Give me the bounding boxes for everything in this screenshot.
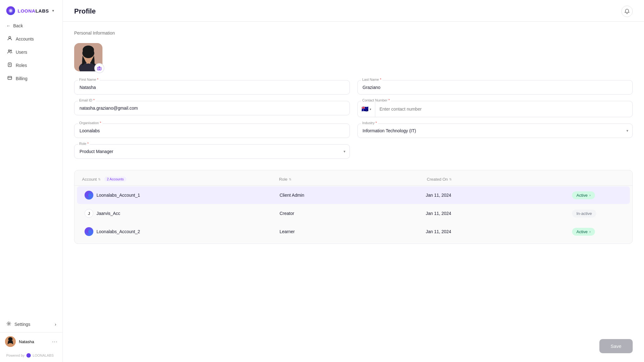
org-label: Organisation * [78, 121, 102, 125]
svg-point-24 [88, 194, 91, 197]
flag-emoji: 🇦🇺 [361, 106, 368, 112]
account-name: Loonalabs_Account_2 [96, 229, 140, 234]
organisation-group: Organisation * [74, 123, 350, 138]
role-sort-icon[interactable]: ⇅ [289, 178, 291, 181]
status-label: In-active [576, 211, 592, 216]
sidebar-item-accounts[interactable]: Accounts [3, 33, 59, 45]
back-button[interactable]: ← Back [0, 20, 63, 31]
role-cell: Client Admin [279, 193, 426, 198]
section-title: Personal Information [74, 30, 633, 36]
table-row[interactable]: Loonalabs_Account_1 Client Admin Jan 11,… [77, 186, 630, 204]
role-cell: Creator [279, 211, 426, 216]
account-icon-gradient [85, 191, 93, 200]
svg-point-22 [99, 68, 100, 69]
date-cell: Jan 11, 2024 [426, 229, 572, 234]
status-cell: Active › [572, 191, 622, 199]
date-cell: Jan 11, 2024 [426, 211, 572, 216]
last-name-input[interactable] [357, 80, 633, 95]
role-row: Role * Product Manager ▾ [74, 144, 633, 159]
accounts-count: 2 Accounts [104, 177, 126, 182]
account-cell: Loonalabs_Account_2 [85, 227, 279, 236]
change-photo-button[interactable] [94, 63, 104, 73]
settings-nav-item[interactable]: Settings › [0, 317, 63, 331]
save-button[interactable]: Save [599, 339, 633, 353]
industry-group: Industry * Information Technology (IT) ▾ [357, 123, 633, 138]
contact-number-input[interactable] [375, 102, 633, 116]
status-badge[interactable]: Active › [572, 191, 595, 199]
account-icon-letter: J [85, 209, 93, 218]
svg-point-14 [8, 337, 13, 341]
notification-bell-button[interactable] [621, 6, 633, 17]
avatar [5, 336, 16, 347]
users-icon [7, 49, 13, 55]
badge-chevron-icon: › [589, 194, 590, 197]
account-name: Jaarvis_Acc [96, 211, 120, 216]
status-column-header [575, 177, 625, 182]
powered-logo-icon [26, 353, 31, 358]
last-name-group: Last Name * [357, 80, 633, 95]
sidebar-item-roles[interactable]: Roles [3, 59, 59, 72]
role-select-wrapper: Product Manager ▾ [74, 144, 350, 159]
industry-select[interactable]: Information Technology (IT) [357, 123, 633, 138]
created-on-column-header: Created On ⇅ [427, 177, 575, 182]
last-name-label: Last Name * [361, 78, 383, 81]
billing-icon [7, 75, 13, 82]
status-badge[interactable]: In-active [572, 210, 596, 217]
svg-point-3 [8, 50, 10, 52]
role-column-header: Role ⇅ [279, 177, 427, 182]
powered-by-footer: Powered by LOONALABS [0, 351, 63, 362]
sidebar: LOONALABS ▾ ← Back Accounts [0, 0, 63, 362]
profile-photo-container [74, 43, 102, 71]
sidebar-item-users[interactable]: Users [3, 46, 59, 58]
back-arrow-icon: ← [6, 23, 11, 28]
table-row[interactable]: Loonalabs_Account_2 Learner Jan 11, 2024… [77, 223, 630, 240]
account-sort-icon[interactable]: ⇅ [98, 178, 101, 181]
account-cell: Loonalabs_Account_1 [85, 191, 279, 200]
account-name: Loonalabs_Account_1 [96, 193, 140, 198]
contact-label: Contact Number * [361, 98, 391, 102]
logo-icon [6, 6, 15, 15]
user-menu-button[interactable]: ⋯ [52, 338, 58, 345]
org-row: Organisation * Industry * Information Te… [74, 123, 633, 138]
svg-point-20 [83, 46, 94, 54]
status-label: Active [576, 229, 587, 234]
account-icon-gradient [85, 227, 93, 236]
table-header: Account ⇅ 2 Accounts Role ⇅ Created On ⇅ [74, 173, 632, 186]
status-cell: In-active [572, 210, 622, 217]
main-content: Profile Personal Information [63, 0, 644, 362]
phone-input-wrapper: 🇦🇺 ▾ [357, 101, 633, 117]
page-title: Profile [74, 7, 96, 15]
logo-text: LOONALABS [18, 8, 49, 14]
email-group: Email ID * [74, 101, 350, 117]
contact-group: Contact Number * 🇦🇺 ▾ [357, 101, 633, 117]
sidebar-navigation: Accounts Users Roles [0, 33, 63, 317]
dropdown-arrow-icon: ▾ [370, 107, 371, 111]
settings-icon [6, 321, 11, 327]
settings-chevron-icon: › [55, 322, 56, 327]
svg-point-2 [9, 36, 11, 38]
name-row: First Name * Last Name * [74, 80, 633, 95]
role-group: Role * Product Manager ▾ [74, 144, 350, 159]
svg-rect-8 [8, 76, 12, 80]
email-input[interactable] [74, 101, 350, 115]
role-cell: Learner [279, 229, 426, 234]
country-code-selector[interactable]: 🇦🇺 ▾ [358, 101, 375, 117]
logo[interactable]: LOONALABS ▾ [0, 0, 63, 20]
status-label: Active [576, 193, 587, 198]
role-select[interactable]: Product Manager [74, 144, 350, 159]
contact-row: Email ID * Contact Number * 🇦🇺 ▾ [74, 101, 633, 117]
sidebar-item-billing[interactable]: Billing [3, 72, 59, 85]
accounts-section: Account ⇅ 2 Accounts Role ⇅ Created On ⇅ [74, 170, 633, 244]
logo-dropdown-chevron: ▾ [52, 8, 54, 13]
industry-label: Industry * [361, 121, 378, 125]
first-name-input[interactable] [74, 80, 350, 95]
svg-point-1 [9, 9, 12, 12]
date-cell: Jan 11, 2024 [426, 193, 572, 198]
profile-content: Personal Information [63, 22, 644, 253]
status-badge[interactable]: Active › [572, 228, 595, 236]
badge-chevron-icon: › [589, 230, 590, 233]
created-on-sort-icon[interactable]: ⇅ [449, 178, 452, 181]
table-row[interactable]: J Jaarvis_Acc Creator Jan 11, 2024 In-ac… [77, 205, 630, 222]
account-cell: J Jaarvis_Acc [85, 209, 279, 218]
organisation-input[interactable] [74, 123, 350, 138]
